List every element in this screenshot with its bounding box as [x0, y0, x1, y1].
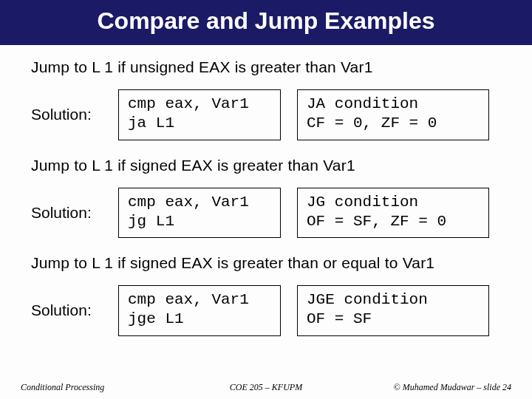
solution-row-2: Solution: cmp eax, Var1 jg L1 JG conditi… — [31, 188, 501, 239]
code-box-1: cmp eax, Var1 ja L1 — [118, 89, 281, 140]
footer-left: Conditional Processing — [21, 382, 168, 393]
solution-label-3: Solution: — [31, 285, 102, 336]
prompt-1: Jump to L 1 if unsigned EAX is greater t… — [31, 58, 501, 76]
footer: Conditional Processing COE 205 – KFUPM ©… — [0, 382, 532, 393]
slide-title: Compare and Jump Examples — [0, 7, 532, 35]
condition-box-3: JGE condition OF = SF — [297, 285, 489, 336]
code-box-2: cmp eax, Var1 jg L1 — [118, 188, 281, 239]
prompt-2: Jump to L 1 if signed EAX is greater tha… — [31, 157, 501, 174]
solution-row-3: Solution: cmp eax, Var1 jge L1 JGE condi… — [31, 285, 501, 336]
solution-row-1: Solution: cmp eax, Var1 ja L1 JA conditi… — [31, 89, 501, 140]
prompt-3: Jump to L 1 if signed EAX is greater tha… — [31, 254, 501, 272]
solution-label-1: Solution: — [31, 89, 102, 140]
condition-box-1: JA condition CF = 0, ZF = 0 — [297, 89, 489, 140]
solution-label-2: Solution: — [31, 188, 102, 239]
footer-right: © Muhamed Mudawar – slide 24 — [364, 382, 511, 393]
footer-center: COE 205 – KFUPM — [168, 382, 364, 393]
code-box-3: cmp eax, Var1 jge L1 — [118, 285, 281, 336]
title-bar: Compare and Jump Examples — [0, 0, 532, 45]
condition-box-2: JG condition OF = SF, ZF = 0 — [297, 188, 489, 239]
slide-content: Jump to L 1 if unsigned EAX is greater t… — [0, 45, 532, 336]
